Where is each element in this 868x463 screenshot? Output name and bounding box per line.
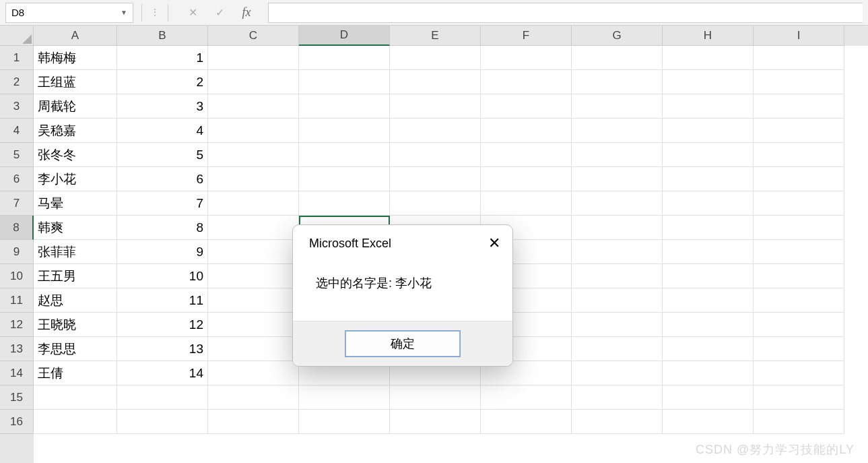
- row-header-6[interactable]: 6: [0, 167, 34, 191]
- cell-I5[interactable]: [754, 143, 844, 167]
- row-header-7[interactable]: 7: [0, 191, 34, 216]
- cell-F1[interactable]: [481, 46, 572, 70]
- cell-E3[interactable]: [390, 94, 481, 119]
- cell-D6[interactable]: [299, 167, 390, 191]
- cell-C14[interactable]: [208, 361, 299, 385]
- cell-G1[interactable]: [572, 46, 663, 70]
- column-header-G[interactable]: G: [572, 26, 663, 46]
- cell-C13[interactable]: [208, 337, 299, 361]
- cell-D1[interactable]: [299, 46, 390, 70]
- cell-H9[interactable]: [663, 240, 754, 264]
- cell-A9[interactable]: 张菲菲: [34, 240, 117, 264]
- cell-A5[interactable]: 张冬冬: [34, 143, 117, 167]
- cell-E15[interactable]: [390, 385, 481, 410]
- cell-H8[interactable]: [663, 216, 754, 240]
- cell-I15[interactable]: [754, 385, 844, 410]
- row-header-15[interactable]: 15: [0, 385, 34, 410]
- cell-B8[interactable]: 8: [117, 216, 208, 240]
- cell-D4[interactable]: [299, 119, 390, 143]
- cell-G12[interactable]: [572, 313, 663, 337]
- cell-F7[interactable]: [481, 191, 572, 216]
- cell-B10[interactable]: 10: [117, 264, 208, 288]
- cell-I10[interactable]: [754, 264, 844, 288]
- row-header-14[interactable]: 14: [0, 361, 34, 385]
- cell-H13[interactable]: [663, 337, 754, 361]
- cell-B1[interactable]: 1: [117, 46, 208, 70]
- cell-I3[interactable]: [754, 94, 844, 119]
- row-header-8[interactable]: 8: [0, 216, 34, 240]
- cell-H7[interactable]: [663, 191, 754, 216]
- column-header-B[interactable]: B: [117, 26, 208, 46]
- cell-F6[interactable]: [481, 167, 572, 191]
- fx-icon[interactable]: fx: [240, 6, 253, 20]
- cell-F2[interactable]: [481, 70, 572, 94]
- column-header-A[interactable]: A: [34, 26, 117, 46]
- cell-A12[interactable]: 王晓晓: [34, 313, 117, 337]
- cell-G4[interactable]: [572, 119, 663, 143]
- cell-G2[interactable]: [572, 70, 663, 94]
- cell-I12[interactable]: [754, 313, 844, 337]
- cell-C12[interactable]: [208, 313, 299, 337]
- cell-H5[interactable]: [663, 143, 754, 167]
- cell-H2[interactable]: [663, 70, 754, 94]
- row-header-11[interactable]: 11: [0, 288, 34, 313]
- cell-D2[interactable]: [299, 70, 390, 94]
- row-header-16[interactable]: 16: [0, 410, 34, 434]
- cell-A7[interactable]: 马晕: [34, 191, 117, 216]
- cell-C15[interactable]: [208, 385, 299, 410]
- cell-H10[interactable]: [663, 264, 754, 288]
- column-header-E[interactable]: E: [390, 26, 481, 46]
- options-icon[interactable]: ⋮: [150, 11, 160, 15]
- cell-E5[interactable]: [390, 143, 481, 167]
- cell-D5[interactable]: [299, 143, 390, 167]
- cell-A13[interactable]: 李思思: [34, 337, 117, 361]
- cell-I6[interactable]: [754, 167, 844, 191]
- cell-A1[interactable]: 韩梅梅: [34, 46, 117, 70]
- cell-D3[interactable]: [299, 94, 390, 119]
- cell-C4[interactable]: [208, 119, 299, 143]
- cell-H1[interactable]: [663, 46, 754, 70]
- cell-C5[interactable]: [208, 143, 299, 167]
- cell-I2[interactable]: [754, 70, 844, 94]
- cell-B13[interactable]: 13: [117, 337, 208, 361]
- cell-H11[interactable]: [663, 288, 754, 313]
- cell-F3[interactable]: [481, 94, 572, 119]
- cell-G9[interactable]: [572, 240, 663, 264]
- cell-A8[interactable]: 韩爽: [34, 216, 117, 240]
- cell-B5[interactable]: 5: [117, 143, 208, 167]
- cell-G8[interactable]: [572, 216, 663, 240]
- close-icon[interactable]: ✕: [488, 235, 500, 252]
- cell-E7[interactable]: [390, 191, 481, 216]
- cell-I16[interactable]: [754, 410, 844, 434]
- cell-I1[interactable]: [754, 46, 844, 70]
- cell-I7[interactable]: [754, 191, 844, 216]
- cell-E4[interactable]: [390, 119, 481, 143]
- cell-B2[interactable]: 2: [117, 70, 208, 94]
- cell-G15[interactable]: [572, 385, 663, 410]
- cell-C16[interactable]: [208, 410, 299, 434]
- cell-H16[interactable]: [663, 410, 754, 434]
- cell-C6[interactable]: [208, 167, 299, 191]
- formula-input[interactable]: [268, 3, 863, 23]
- cell-B4[interactable]: 4: [117, 119, 208, 143]
- cell-H15[interactable]: [663, 385, 754, 410]
- cell-D16[interactable]: [299, 410, 390, 434]
- row-header-1[interactable]: 1: [0, 46, 34, 70]
- cell-B16[interactable]: [117, 410, 208, 434]
- row-header-4[interactable]: 4: [0, 119, 34, 143]
- cell-A6[interactable]: 李小花: [34, 167, 117, 191]
- cell-G3[interactable]: [572, 94, 663, 119]
- cell-B14[interactable]: 14: [117, 361, 208, 385]
- cell-A10[interactable]: 王五男: [34, 264, 117, 288]
- cell-G13[interactable]: [572, 337, 663, 361]
- cell-A16[interactable]: [34, 410, 117, 434]
- cell-C8[interactable]: [208, 216, 299, 240]
- cell-F4[interactable]: [481, 119, 572, 143]
- column-header-I[interactable]: I: [754, 26, 844, 46]
- cell-A3[interactable]: 周截轮: [34, 94, 117, 119]
- cell-C11[interactable]: [208, 288, 299, 313]
- cell-G6[interactable]: [572, 167, 663, 191]
- row-header-9[interactable]: 9: [0, 240, 34, 264]
- row-header-5[interactable]: 5: [0, 143, 34, 167]
- cell-C7[interactable]: [208, 191, 299, 216]
